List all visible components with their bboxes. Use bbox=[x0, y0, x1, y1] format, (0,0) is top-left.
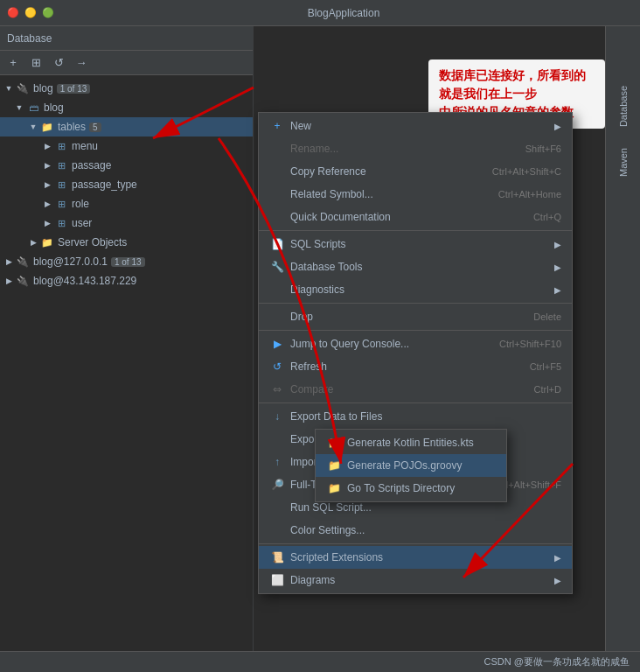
schema-icon: 🗃 bbox=[26, 101, 40, 115]
diagnostics-icon bbox=[269, 282, 285, 298]
db-icon: 🔌 bbox=[16, 255, 30, 269]
grid-button[interactable]: ⊞ bbox=[26, 53, 45, 73]
menu-item-label: Diagnostics bbox=[290, 284, 554, 296]
menu-item-label: Scripted Extensions bbox=[290, 551, 554, 564]
menu-item-diagnostics[interactable]: Diagnostics ▶ bbox=[259, 278, 572, 301]
db-icon: 🔌 bbox=[16, 274, 30, 288]
expand-arrow: ▶ bbox=[42, 199, 52, 209]
tree-label: blog bbox=[33, 82, 53, 94]
tree-item-passage-type[interactable]: ▶ ⊞ passage_type bbox=[0, 175, 253, 194]
table-icon: ⊞ bbox=[54, 216, 68, 230]
tree-item-blog-root[interactable]: ▼ 🔌 blog 1 of 13 bbox=[0, 79, 253, 98]
refresh-icon: ↺ bbox=[269, 359, 285, 374]
sidebar-tab-maven[interactable]: Maven bbox=[615, 141, 632, 184]
scripted-extensions-submenu: 📁 Generate Kotlin Entities.kts 📁 Generat… bbox=[315, 429, 507, 502]
shortcut: Ctrl+D bbox=[534, 384, 561, 395]
tree-item-user[interactable]: ▶ ⊞ user bbox=[0, 214, 253, 233]
expand-arrow: ▶ bbox=[42, 160, 52, 171]
tree-item-blog-local[interactable]: ▶ 🔌 blog@127.0.0.1 1 of 13 bbox=[0, 252, 253, 271]
tree-item-server-objects[interactable]: ▶ 📁 Server Objects bbox=[0, 233, 253, 252]
related-icon bbox=[269, 186, 285, 202]
shortcut: Ctrl+Q bbox=[533, 212, 561, 222]
doc-icon bbox=[269, 209, 285, 225]
tools-icon: 🔧 bbox=[269, 259, 285, 275]
db-icon: 🔌 bbox=[16, 81, 30, 95]
tree-item-blog-schema[interactable]: ▼ 🗃 blog bbox=[0, 98, 253, 117]
menu-item-label: Run SQL Script... bbox=[290, 501, 561, 514]
expand-arrow: ▶ bbox=[42, 141, 52, 151]
menu-item-label: Related Symbol... bbox=[290, 188, 481, 200]
shortcut: Ctrl+Shift+F10 bbox=[499, 339, 561, 349]
kotlin-icon: 📁 bbox=[326, 435, 342, 451]
status-bar: CSDN @要做一条功成名就的咸鱼 bbox=[0, 651, 640, 672]
expand-arrow: ▼ bbox=[3, 83, 14, 94]
menu-item-label: Export Data to Files bbox=[290, 410, 561, 423]
window-controls[interactable]: 🔴 🟡 🟢 bbox=[7, 7, 54, 18]
menu-item-related[interactable]: Related Symbol... Ctrl+Alt+Home bbox=[259, 183, 572, 206]
tree-item-menu[interactable]: ▶ ⊞ menu bbox=[0, 136, 253, 156]
tree-item-blog-remote[interactable]: ▶ 🔌 blog@43.143.187.229 bbox=[0, 271, 253, 290]
tree-label: blog@43.143.187.229 bbox=[33, 275, 136, 287]
expand-arrow: ▼ bbox=[28, 122, 38, 132]
shortcut: Ctrl+Alt+Home bbox=[498, 189, 561, 200]
menu-item-quick-doc[interactable]: Quick Documentation Ctrl+Q bbox=[259, 206, 572, 228]
menu-item-label: Database Tools bbox=[290, 261, 554, 273]
menu-item-drop[interactable]: Drop Delete bbox=[259, 305, 572, 328]
badge: 1 of 13 bbox=[111, 257, 145, 267]
expand-arrow: ▶ bbox=[3, 256, 14, 267]
submenu-arrow: ▶ bbox=[554, 240, 561, 249]
submenu-arrow: ▶ bbox=[554, 285, 561, 295]
tree-label: passage bbox=[72, 159, 111, 172]
menu-item-export-files[interactable]: ↓ Export Data to Files bbox=[259, 405, 572, 428]
menu-item-db-tools[interactable]: 🔧 Database Tools ▶ bbox=[259, 256, 572, 278]
tree-item-tables[interactable]: ▼ 📁 tables 5 bbox=[0, 117, 253, 136]
table-icon: ⊞ bbox=[54, 197, 68, 211]
separator bbox=[259, 543, 572, 544]
menu-item-scripted-ext[interactable]: 📜 Scripted Extensions ▶ bbox=[259, 546, 572, 569]
menu-item-gen-kotlin[interactable]: 📁 Generate Kotlin Entities.kts bbox=[316, 431, 506, 454]
menu-item-diagrams[interactable]: ⬜ Diagrams ▶ bbox=[259, 569, 572, 592]
tree-item-role[interactable]: ▶ ⊞ role bbox=[0, 194, 253, 214]
drop-icon bbox=[269, 309, 285, 325]
menu-item-color-settings[interactable]: Color Settings... bbox=[259, 519, 572, 542]
status-text: CSDN @要做一条功成名就的咸鱼 bbox=[484, 655, 630, 668]
search-icon: 🔎 bbox=[269, 477, 285, 493]
menu-item-label: Drop bbox=[290, 311, 516, 323]
add-button[interactable]: + bbox=[3, 53, 23, 73]
menu-item-new[interactable]: + New ▶ bbox=[259, 115, 572, 137]
menu-item-label: New bbox=[290, 120, 554, 132]
menu-item-go-scripts[interactable]: 📁 Go To Scripts Directory bbox=[316, 477, 506, 500]
submenu-arrow: ▶ bbox=[554, 553, 561, 563]
sidebar-tab-database[interactable]: Database bbox=[615, 79, 632, 134]
menu-item-label: Generate POJOs.groovy bbox=[347, 459, 496, 472]
expand-arrow: ▶ bbox=[28, 237, 38, 248]
folder-icon: 📁 bbox=[40, 235, 54, 249]
menu-item-jump-query[interactable]: ▶ Jump to Query Console... Ctrl+Shift+F1… bbox=[259, 332, 572, 355]
submenu-arrow: ▶ bbox=[554, 262, 561, 272]
new-icon: + bbox=[269, 118, 285, 134]
refresh-button[interactable]: ↺ bbox=[49, 53, 68, 73]
expand-arrow: ▶ bbox=[42, 179, 52, 190]
menu-item-label: Compare bbox=[290, 383, 517, 396]
shortcut: Ctrl+Alt+Shift+C bbox=[492, 166, 561, 177]
top-bar: 🔴 🟡 🟢 BlogApplication bbox=[0, 0, 640, 26]
menu-item-label: Diagrams bbox=[290, 574, 554, 586]
menu-item-label: Rename... bbox=[290, 143, 508, 155]
table-icon: ⊞ bbox=[54, 139, 68, 153]
menu-item-gen-pojo[interactable]: 📁 Generate POJOs.groovy bbox=[316, 454, 506, 477]
menu-item-sql-scripts[interactable]: 📄 SQL Scripts ▶ bbox=[259, 233, 572, 256]
sql-icon: 📄 bbox=[269, 236, 285, 252]
separator bbox=[259, 330, 572, 331]
db-panel-header: Database bbox=[0, 26, 253, 51]
tree-label: blog@127.0.0.1 bbox=[33, 256, 108, 268]
menu-item-copy-ref[interactable]: Copy Reference Ctrl+Alt+Shift+C bbox=[259, 160, 572, 183]
arrow-button[interactable]: → bbox=[72, 53, 91, 73]
menu-item-refresh[interactable]: ↺ Refresh Ctrl+F5 bbox=[259, 355, 572, 378]
shortcut: Shift+F6 bbox=[525, 144, 561, 154]
tree-item-passage[interactable]: ▶ ⊞ passage bbox=[0, 156, 253, 175]
shortcut: Delete bbox=[533, 312, 561, 322]
diagram-icon: ⬜ bbox=[269, 572, 285, 588]
menu-item-label: Quick Documentation bbox=[290, 211, 516, 223]
table-icon: ⊞ bbox=[54, 158, 68, 172]
submenu-arrow: ▶ bbox=[554, 122, 561, 131]
